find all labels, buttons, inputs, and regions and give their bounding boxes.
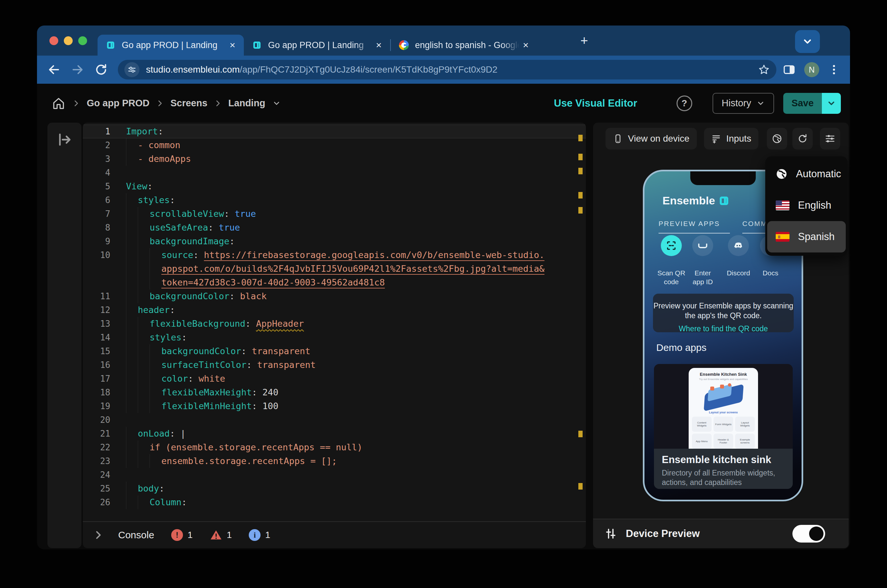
code-line[interactable]: 4 bbox=[83, 166, 586, 180]
line-content: - demoApps bbox=[126, 152, 586, 166]
code-line[interactable]: appspot.com/o/builds%2F4qJvbIFIJ5Vou69P4… bbox=[83, 262, 586, 276]
code-line[interactable]: 18flexibleMaxHeight: 240 bbox=[83, 386, 586, 399]
site-settings-icon[interactable] bbox=[124, 62, 140, 77]
language-option-automatic[interactable]: Automatic bbox=[767, 158, 846, 190]
mock-tile: App Menu bbox=[692, 434, 711, 448]
chevron-right-icon[interactable] bbox=[93, 530, 104, 541]
expand-panel-icon[interactable] bbox=[57, 132, 72, 147]
browser-tab[interactable]: Go app PROD | Landing× bbox=[244, 34, 390, 56]
code-token: - demoApps bbox=[138, 152, 191, 166]
demo-app-thumbnail: Ensemble Kitchen Sink Try out Ensemble w… bbox=[689, 368, 758, 448]
language-option-spanish[interactable]: Spanish bbox=[767, 221, 846, 252]
indent-guide bbox=[126, 234, 138, 248]
breadcrumb-item[interactable]: Landing bbox=[229, 98, 265, 109]
code-line[interactable]: 11backgroundColor: black bbox=[83, 290, 586, 303]
preview-settings-button[interactable] bbox=[820, 128, 840, 150]
browser-tab[interactable]: english to spanish - Google S× bbox=[391, 34, 537, 56]
code-line[interactable]: 13flexibleBackground: AppHeader bbox=[83, 317, 586, 331]
save-button[interactable]: Save bbox=[783, 93, 822, 114]
code-line[interactable]: 22if (ensemble.storage.recentApps == nul… bbox=[83, 441, 586, 454]
code-line[interactable]: 9backgroundImage: bbox=[83, 234, 586, 248]
chevron-down-icon[interactable] bbox=[272, 99, 281, 108]
tab-close-icon[interactable]: × bbox=[228, 40, 237, 50]
code-line[interactable]: 8useSafeArea: true bbox=[83, 221, 586, 234]
code-token: : bbox=[224, 207, 235, 221]
code-line[interactable]: 19flexibleMinHeight: 100 bbox=[83, 399, 586, 413]
mock-subtitle: Try out Ensemble widgets and capabilitie… bbox=[689, 378, 758, 381]
code-line[interactable]: 25body: bbox=[83, 482, 586, 495]
tab-close-icon[interactable]: × bbox=[374, 40, 383, 50]
code-line[interactable]: 14styles: bbox=[83, 331, 586, 344]
device-preview-toggle[interactable] bbox=[792, 525, 825, 543]
code-token: token=427d38c3-007d-40d2-9003-49562ad481… bbox=[161, 276, 385, 290]
reload-button[interactable] bbox=[92, 60, 110, 79]
code-line[interactable]: 15backgroundColor: transparent bbox=[83, 344, 586, 358]
language-dropdown-menu: AutomaticEnglishSpanish bbox=[765, 156, 848, 256]
language-button[interactable] bbox=[767, 128, 787, 150]
code-token: styles bbox=[138, 193, 170, 207]
indent-guide bbox=[138, 344, 150, 358]
code-line[interactable]: 10source: https://firebasestorage.google… bbox=[83, 248, 586, 262]
code-line[interactable]: 5View: bbox=[83, 180, 586, 193]
line-content: scrollableView: true bbox=[126, 207, 586, 221]
breadcrumb-item[interactable]: Screens bbox=[170, 98, 207, 109]
code-line[interactable]: 1Import: bbox=[83, 124, 586, 138]
bookmark-star-icon[interactable] bbox=[758, 64, 770, 75]
inputs-label: Inputs bbox=[726, 134, 751, 144]
tab-search-button[interactable] bbox=[795, 30, 820, 53]
code-line[interactable]: 24 bbox=[83, 468, 586, 482]
tab-close-icon[interactable]: × bbox=[522, 40, 530, 50]
profile-avatar[interactable]: N bbox=[804, 62, 819, 77]
code-token: color bbox=[161, 372, 188, 386]
line-number: 13 bbox=[83, 319, 110, 328]
back-button[interactable] bbox=[45, 60, 63, 79]
browser-menu-button[interactable] bbox=[828, 63, 840, 76]
browser-tab[interactable]: Go app PROD | Landing× bbox=[98, 34, 244, 56]
side-panel-button[interactable] bbox=[783, 63, 796, 76]
code-line[interactable]: 26Column: bbox=[83, 495, 586, 509]
code-line[interactable]: 2- common bbox=[83, 138, 586, 152]
history-label: History bbox=[722, 98, 751, 109]
language-option-english[interactable]: English bbox=[767, 190, 846, 221]
console-bar[interactable]: Console ! 1 1 i 1 bbox=[83, 521, 586, 548]
forward-button[interactable] bbox=[68, 60, 87, 79]
use-visual-editor-link[interactable]: Use Visual Editor bbox=[554, 98, 637, 109]
code-line[interactable]: 21onLoad: | bbox=[83, 427, 586, 441]
indent-guide bbox=[126, 317, 138, 331]
browser-toolbar: studio.ensembleui.com/app/FhQC7J2DjXTg0U… bbox=[37, 56, 850, 84]
zoom-window-button[interactable] bbox=[78, 36, 87, 45]
save-options-button[interactable] bbox=[822, 93, 841, 114]
line-content: appspot.com/o/builds%2F4qJvbIFIJ5Vou69P4… bbox=[126, 262, 586, 276]
code-line[interactable]: 12header: bbox=[83, 303, 586, 317]
code-line[interactable]: 23ensemble.storage.recentApps = []; bbox=[83, 454, 586, 468]
new-tab-button[interactable]: + bbox=[576, 33, 592, 48]
code-line[interactable]: 6styles: bbox=[83, 193, 586, 207]
inputs-button[interactable]: Inputs bbox=[704, 128, 758, 150]
indent-guide bbox=[150, 248, 161, 262]
breadcrumb-item[interactable]: Go app PROD bbox=[87, 98, 150, 109]
help-button[interactable]: ? bbox=[677, 96, 692, 111]
code-editor[interactable]: 1Import:2- common3- demoApps45View:6styl… bbox=[83, 123, 586, 521]
history-button[interactable]: History bbox=[713, 93, 774, 114]
code-line[interactable]: 16surfaceTintColor: transparent bbox=[83, 358, 586, 372]
line-content: flexibleBackground: AppHeader bbox=[126, 317, 586, 331]
error-count: 1 bbox=[188, 530, 193, 540]
demo-app-info: Ensemble kitchen sink Directory of all E… bbox=[654, 448, 793, 489]
home-icon[interactable] bbox=[51, 96, 66, 111]
code-line[interactable]: token=427d38c3-007d-40d2-9003-49562ad481… bbox=[83, 276, 586, 290]
tab-preview-apps[interactable]: PREVIEW APPS bbox=[658, 220, 730, 234]
minimize-window-button[interactable] bbox=[64, 36, 73, 45]
code-line[interactable]: 3- demoApps bbox=[83, 152, 586, 166]
close-window-button[interactable] bbox=[50, 36, 58, 45]
code-line[interactable]: 20 bbox=[83, 413, 586, 427]
line-number: 1 bbox=[83, 126, 110, 136]
code-line[interactable]: 17color: white bbox=[83, 372, 586, 386]
view-on-device-button[interactable]: View on device bbox=[606, 128, 697, 150]
refresh-preview-button[interactable] bbox=[792, 128, 813, 150]
address-bar[interactable]: studio.ensembleui.com/app/FhQC7J2DjXTg0U… bbox=[118, 60, 776, 80]
code-token: 240 bbox=[263, 386, 278, 399]
demo-app-card[interactable]: Ensemble Kitchen Sink Try out Ensemble w… bbox=[654, 364, 793, 489]
line-content: ensemble.storage.recentApps = []; bbox=[126, 454, 586, 468]
code-line[interactable]: 7scrollableView: true bbox=[83, 207, 586, 221]
qr-info-link[interactable]: Where to find the QR code bbox=[653, 324, 794, 333]
